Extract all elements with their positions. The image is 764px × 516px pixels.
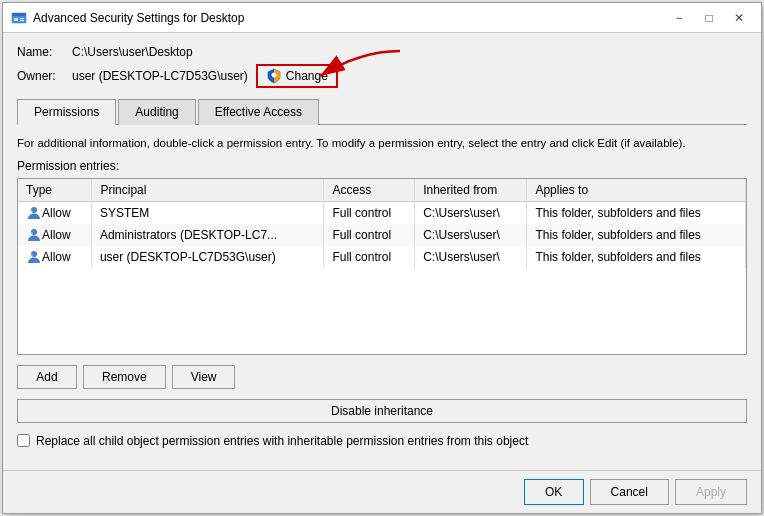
replace-checkbox[interactable]: [17, 434, 30, 447]
svg-rect-1: [12, 13, 26, 16]
owner-value: user (DESKTOP-LC7D53G\user): [72, 69, 248, 83]
cell-principal: user (DESKTOP-LC7D53G\user): [92, 246, 324, 268]
col-applies: Applies to: [527, 179, 746, 202]
svg-point-5: [271, 73, 276, 78]
cell-applies: This folder, subfolders and files: [527, 246, 746, 268]
table-body: AllowSYSTEMFull controlC:\Users\user\Thi…: [18, 202, 746, 269]
cell-access: Full control: [324, 246, 415, 268]
cell-inherited: C:\Users\user\: [415, 202, 527, 225]
tab-permissions[interactable]: Permissions: [17, 99, 116, 125]
tab-auditing[interactable]: Auditing: [118, 99, 195, 125]
user-icon: [26, 206, 42, 220]
cell-principal: Administrators (DESKTOP-LC7...: [92, 224, 324, 246]
replace-checkbox-row: Replace all child object permission entr…: [17, 433, 747, 450]
tab-effective-access[interactable]: Effective Access: [198, 99, 319, 125]
cell-applies: This folder, subfolders and files: [527, 224, 746, 246]
change-button[interactable]: Change: [256, 64, 338, 88]
shield-icon: [266, 68, 282, 84]
close-button[interactable]: ✕: [725, 7, 753, 29]
svg-point-12: [30, 254, 33, 257]
cell-applies: This folder, subfolders and files: [527, 202, 746, 225]
col-principal: Principal: [92, 179, 324, 202]
advanced-security-window: Advanced Security Settings for Desktop −…: [2, 2, 762, 514]
cell-inherited: C:\Users\user\: [415, 224, 527, 246]
name-label: Name:: [17, 45, 72, 59]
change-btn-container: Change: [248, 64, 338, 88]
svg-rect-4: [20, 20, 24, 21]
name-row: Name: C:\Users\user\Desktop: [17, 45, 747, 59]
change-label: Change: [286, 69, 328, 83]
svg-point-8: [30, 210, 33, 213]
description-text: For additional information, double-click…: [17, 135, 747, 151]
tabs-container: Permissions Auditing Effective Access: [17, 98, 747, 125]
add-button[interactable]: Add: [17, 365, 77, 389]
dialog-footer: OK Cancel Apply: [3, 470, 761, 513]
apply-button[interactable]: Apply: [675, 479, 747, 505]
title-bar: Advanced Security Settings for Desktop −…: [3, 3, 761, 33]
window-title: Advanced Security Settings for Desktop: [33, 11, 665, 25]
table-row[interactable]: AllowSYSTEMFull controlC:\Users\user\Thi…: [18, 202, 746, 225]
cell-inherited: C:\Users\user\: [415, 246, 527, 268]
table-row[interactable]: Allowuser (DESKTOP-LC7D53G\user)Full con…: [18, 246, 746, 268]
permission-table-container: Type Principal Access Inherited from App…: [17, 178, 747, 355]
user-icon: [26, 250, 42, 264]
remove-button[interactable]: Remove: [83, 365, 166, 389]
disable-inheritance-button[interactable]: Disable inheritance: [17, 399, 747, 423]
cell-type: Allow: [18, 224, 92, 246]
permission-table: Type Principal Access Inherited from App…: [18, 179, 746, 268]
window-icon: [11, 10, 27, 26]
name-value: C:\Users\user\Desktop: [72, 45, 193, 59]
table-row[interactable]: AllowAdministrators (DESKTOP-LC7...Full …: [18, 224, 746, 246]
cell-type: Allow: [18, 246, 92, 268]
svg-point-10: [30, 232, 33, 235]
view-button[interactable]: View: [172, 365, 236, 389]
table-header: Type Principal Access Inherited from App…: [18, 179, 746, 202]
permission-entries-label: Permission entries:: [17, 159, 747, 173]
user-icon: [26, 228, 42, 242]
cell-access: Full control: [324, 224, 415, 246]
dialog-content: Name: C:\Users\user\Desktop Owner: user …: [3, 33, 761, 470]
col-type: Type: [18, 179, 92, 202]
cancel-button[interactable]: Cancel: [590, 479, 669, 505]
col-inherited: Inherited from: [415, 179, 527, 202]
owner-row: Owner: user (DESKTOP-LC7D53G\user) Chang…: [17, 64, 747, 88]
ok-button[interactable]: OK: [524, 479, 584, 505]
cell-type: Allow: [18, 202, 92, 224]
cell-principal: SYSTEM: [92, 202, 324, 225]
svg-rect-2: [14, 18, 18, 21]
table-action-buttons: Add Remove View: [17, 365, 747, 389]
svg-rect-3: [20, 18, 24, 19]
cell-access: Full control: [324, 202, 415, 225]
owner-label: Owner:: [17, 69, 72, 83]
col-access: Access: [324, 179, 415, 202]
window-controls: − □ ✕: [665, 7, 753, 29]
minimize-button[interactable]: −: [665, 7, 693, 29]
maximize-button[interactable]: □: [695, 7, 723, 29]
replace-checkbox-label: Replace all child object permission entr…: [36, 433, 528, 450]
